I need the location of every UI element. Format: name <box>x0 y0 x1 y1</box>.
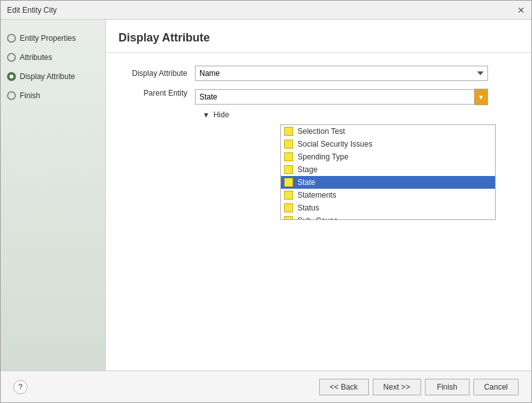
list-item[interactable]: Spending Type <box>281 150 495 163</box>
sidebar-label-display-attribute: Display Attribute <box>20 72 75 81</box>
hide-arrow-icon: ▼ <box>203 111 210 119</box>
list-item[interactable]: Social Security Issues <box>281 138 495 150</box>
next-button[interactable]: Next >> <box>373 379 421 395</box>
parent-entity-input[interactable] <box>195 89 474 105</box>
parent-entity-dropdown-btn[interactable]: ▼ <box>474 89 488 105</box>
list-item[interactable]: Statements <box>281 189 495 202</box>
dialog: Edit Entity City ✕ Entity PropertiesAttr… <box>0 0 532 403</box>
radio-finish <box>7 91 16 100</box>
dialog-title: Edit Entity City <box>7 6 57 15</box>
hide-row[interactable]: ▼ Hide <box>203 110 512 119</box>
entity-icon <box>284 139 294 149</box>
entity-icon <box>284 216 294 220</box>
list-item-label: Selection Test <box>298 127 345 136</box>
list-item-label: Sub- Cause <box>298 216 338 220</box>
cancel-button[interactable]: Cancel <box>473 379 519 395</box>
list-item-label: Stage <box>298 165 317 174</box>
main-body: Display Attribute NameIDCode Parent Enti… <box>106 53 531 370</box>
parent-entity-input-row: ▼ <box>195 89 488 105</box>
parent-entity-label: Parent Entity <box>125 89 195 98</box>
help-button[interactable]: ? <box>13 380 27 394</box>
sidebar: Entity PropertiesAttributesDisplay Attri… <box>1 20 106 370</box>
title-bar: Edit Entity City ✕ <box>1 1 531 20</box>
back-button[interactable]: << Back <box>319 379 369 395</box>
list-item[interactable]: Stage <box>281 163 495 176</box>
sidebar-label-finish: Finish <box>20 91 40 100</box>
sidebar-label-entity-properties: Entity Properties <box>20 34 76 43</box>
entity-icon <box>284 126 294 136</box>
list-item-label: Statements <box>298 191 336 200</box>
main-header: Display Attribute <box>106 20 531 53</box>
list-item[interactable]: State <box>281 176 495 189</box>
entity-icon <box>284 177 294 187</box>
radio-display-attribute <box>7 72 16 81</box>
list-item-label: Social Security Issues <box>298 140 372 149</box>
display-attribute-control: NameIDCode <box>195 66 488 81</box>
list-item[interactable]: Selection Test <box>281 125 495 138</box>
display-attribute-select[interactable]: NameIDCode <box>195 66 488 81</box>
hide-label: Hide <box>213 110 229 119</box>
list-wrapper: Selection TestSocial Security IssuesSpen… <box>203 124 496 220</box>
sidebar-item-display-attribute[interactable]: Display Attribute <box>7 71 99 82</box>
list-item[interactable]: Status <box>281 202 495 214</box>
parent-entity-row: Parent Entity ▼ <box>125 89 512 105</box>
display-attribute-row: Display Attribute NameIDCode <box>125 66 512 81</box>
sidebar-item-entity-properties[interactable]: Entity Properties <box>7 33 99 44</box>
close-button[interactable]: ✕ <box>517 6 525 15</box>
list-item-label: Spending Type <box>298 152 349 161</box>
entity-icon <box>284 165 294 175</box>
entity-icon <box>284 190 294 200</box>
footer: ? << Back Next >> Finish Cancel <box>1 370 531 402</box>
list-item-label: Status <box>298 203 319 212</box>
sidebar-item-finish[interactable]: Finish <box>7 90 99 101</box>
page-title: Display Attribute <box>119 31 210 44</box>
entity-icon <box>284 203 294 213</box>
list-item[interactable]: Sub- Cause <box>281 214 495 220</box>
parent-entity-field: ▼ <box>195 89 488 105</box>
finish-button[interactable]: Finish <box>425 379 470 395</box>
entity-icon <box>284 152 294 162</box>
radio-attributes <box>7 53 16 62</box>
main-panel: Display Attribute Display Attribute Name… <box>106 20 531 370</box>
footer-left: ? <box>13 380 27 394</box>
sidebar-item-attributes[interactable]: Attributes <box>7 52 99 63</box>
footer-buttons: << Back Next >> Finish Cancel <box>319 379 519 395</box>
display-attribute-label: Display Attribute <box>125 69 195 78</box>
sidebar-label-attributes: Attributes <box>20 53 52 62</box>
radio-entity-properties <box>7 34 16 43</box>
content-area: Entity PropertiesAttributesDisplay Attri… <box>1 20 531 370</box>
entity-list[interactable]: Selection TestSocial Security IssuesSpen… <box>280 124 496 220</box>
list-item-label: State <box>298 178 315 187</box>
